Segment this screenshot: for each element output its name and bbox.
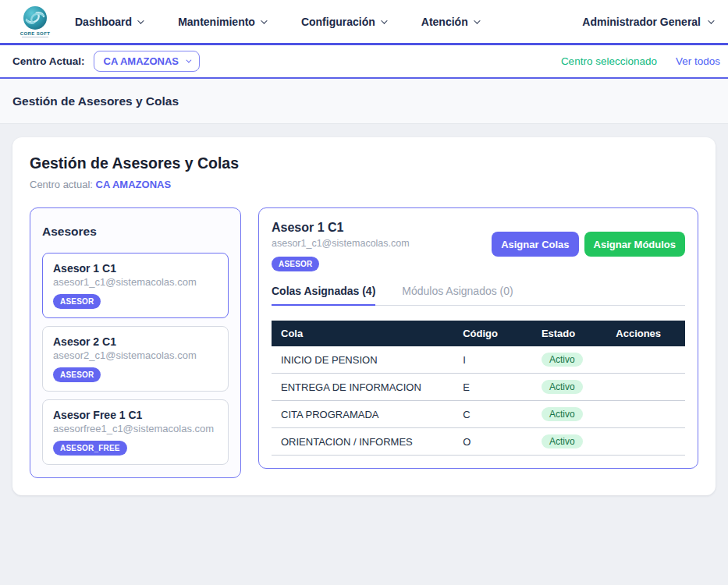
detail-asesor-role-badge: ASESOR (272, 257, 319, 271)
centro-actual-sub-label: Centro actual: (30, 179, 93, 190)
cell-codigo: C (453, 401, 532, 428)
table-row: ENTREGA DE INFORMACION E Activo (272, 374, 685, 401)
cell-cola: INICIO DE PENSION (272, 346, 453, 374)
nav-item-label: Mantenimiento (178, 16, 255, 28)
col-header-acciones: Acciones (606, 321, 685, 346)
detail-asesor-email: asesor1_c1@sistemacolas.com (272, 238, 410, 249)
detail-info: Asesor 1 C1 asesor1_c1@sistemacolas.com … (272, 221, 410, 271)
cell-estado: Activo (532, 346, 606, 374)
nav-item-label: Dashboard (75, 16, 132, 28)
centro-actual-sub-value: CA AMAZONAS (96, 179, 172, 190)
chevron-down-icon (474, 17, 480, 23)
app-logo[interactable]: CORE SOFT (16, 6, 55, 37)
cell-cola: CITA PROGRAMADA (272, 401, 453, 428)
table-row: INICIO DE PENSION I Activo (272, 346, 685, 374)
chevron-down-icon (261, 17, 267, 23)
tab-colas-asignadas[interactable]: Colas Asignadas (4) (272, 285, 375, 306)
user-menu[interactable]: Administrador General (582, 16, 712, 28)
cell-codigo: I (453, 346, 532, 374)
nav-item-configuracion[interactable]: Configuración (301, 16, 385, 28)
asesores-panel: Asesores Asesor 1 C1 asesor1_c1@sistemac… (30, 207, 241, 478)
status-badge: Activo (542, 434, 583, 448)
logo-subtext (22, 37, 48, 37)
detail-tabs: Colas Asignadas (4) Módulos Asignados (0… (272, 285, 685, 306)
asesor-role-badge: ASESOR (53, 294, 101, 309)
cell-estado: Activo (532, 374, 606, 401)
table-row: CITA PROGRAMADA C Activo (272, 401, 685, 428)
cell-codigo: E (453, 374, 532, 401)
col-header-cola: Cola (272, 321, 453, 346)
logo-swoosh-icon (23, 6, 47, 30)
asesores-panel-title: Asesores (42, 225, 229, 239)
status-badge: Activo (542, 353, 583, 367)
nav-item-dashboard[interactable]: Dashboard (75, 16, 142, 28)
asesor-card-3[interactable]: Asesor Free 1 C1 asesorfree1_c1@sistemac… (42, 399, 229, 465)
cell-estado: Activo (532, 428, 606, 456)
nav-item-label: Configuración (301, 16, 375, 28)
col-header-estado: Estado (532, 321, 606, 346)
asesor-role-badge: ASESOR_FREE (53, 441, 127, 456)
asesor-name: Asesor Free 1 C1 (53, 409, 218, 421)
cell-acciones (606, 346, 685, 374)
chevron-down-icon (137, 17, 144, 23)
table-row: ORIENTACION / INFORMES O Activo (272, 428, 685, 456)
asesor-card-1[interactable]: Asesor 1 C1 asesor1_c1@sistemacolas.com … (42, 253, 229, 318)
logo-icon (23, 6, 47, 30)
asesor-email: asesor1_c1@sistemacolas.com (53, 276, 218, 288)
tab-modulos-asignados[interactable]: Módulos Asignados (0) (402, 285, 513, 305)
status-badge: Activo (542, 380, 583, 394)
nav-item-mantenimiento[interactable]: Mantenimiento (178, 16, 265, 28)
asesor-name: Asesor 1 C1 (53, 262, 218, 275)
asesor-detail-panel: Asesor 1 C1 asesor1_c1@sistemacolas.com … (258, 207, 698, 469)
content-area: Gestión de Asesores y Colas Centro actua… (0, 124, 728, 509)
asesor-name: Asesor 2 C1 (53, 335, 218, 348)
cell-cola: ORIENTACION / INFORMES (272, 428, 453, 456)
cell-acciones (606, 401, 685, 428)
centro-actual-label: Centro Actual: (12, 55, 85, 67)
cell-cola: ENTREGA DE INFORMACION (272, 374, 453, 401)
colas-table: Cola Código Estado Acciones INICIO DE PE… (272, 321, 685, 456)
centro-selector-value: CA AMAZONAS (104, 55, 179, 67)
asesor-card-2[interactable]: Asesor 2 C1 asesor2_c1@sistemacolas.com … (42, 326, 229, 392)
asesor-email: asesorfree1_c1@sistemacolas.com (53, 423, 218, 434)
status-badge: Activo (542, 407, 583, 421)
cell-acciones (606, 428, 685, 456)
cell-acciones (606, 374, 685, 401)
centro-seleccionado-link[interactable]: Centro seleccionado (561, 55, 657, 67)
nav-item-label: Atención (421, 16, 468, 28)
page-title: Gestión de Asesores y Colas (12, 94, 179, 108)
logo-brand-text: CORE SOFT (20, 31, 51, 36)
chevron-down-icon (186, 58, 191, 63)
chevron-down-icon (381, 17, 387, 23)
cell-estado: Activo (532, 401, 606, 428)
asesor-email: asesor2_c1@sistemacolas.com (53, 349, 218, 361)
top-navbar: CORE SOFT Dashboard Mantenimiento Config… (0, 0, 728, 43)
asignar-colas-button[interactable]: Asignar Colas (492, 232, 578, 257)
chevron-down-icon (708, 17, 714, 23)
asesor-role-badge: ASESOR (53, 367, 101, 382)
user-menu-label: Administrador General (582, 16, 701, 28)
asignar-modulos-button[interactable]: Asignar Módulos (584, 232, 685, 257)
centro-actual-line: Centro actual: CA AMAZONAS (30, 179, 698, 190)
page-header: Gestión de Asesores y Colas (0, 79, 728, 124)
nav-menu: Dashboard Mantenimiento Configuración At… (75, 16, 478, 28)
detail-asesor-name: Asesor 1 C1 (272, 221, 410, 235)
card-title: Gestión de Asesores y Colas (30, 154, 698, 172)
main-card: Gestión de Asesores y Colas Centro actua… (12, 137, 716, 495)
cell-codigo: O (453, 428, 532, 456)
ver-todos-link[interactable]: Ver todos (676, 55, 720, 67)
col-header-codigo: Código (453, 321, 532, 346)
centro-selector[interactable]: CA AMAZONAS (94, 51, 201, 72)
centro-bar: Centro Actual: CA AMAZONAS Centro selecc… (0, 45, 728, 79)
nav-item-atencion[interactable]: Atención (421, 16, 478, 28)
